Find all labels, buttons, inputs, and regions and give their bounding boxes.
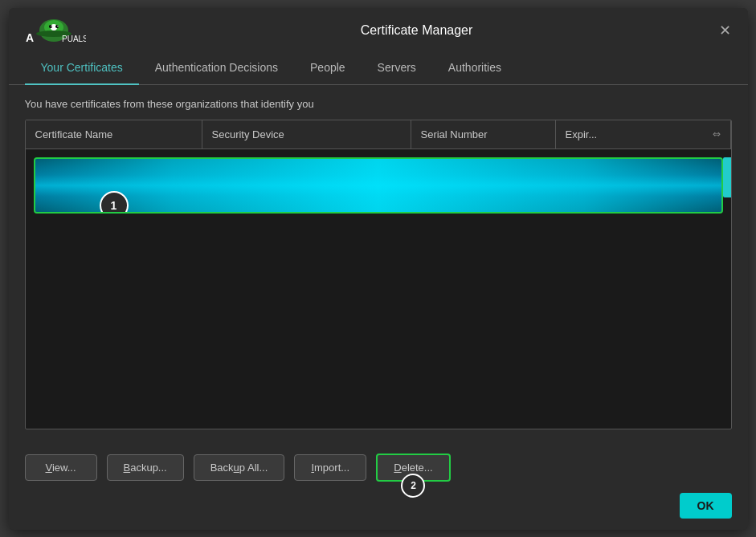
tab-servers[interactable]: Servers bbox=[362, 51, 432, 85]
svg-point-6 bbox=[57, 25, 59, 26]
backup-all-button[interactable]: Backup All... bbox=[194, 454, 285, 481]
ok-button[interactable]: OK bbox=[680, 493, 732, 519]
tab-people[interactable]: People bbox=[294, 51, 362, 85]
svg-text:A: A bbox=[26, 31, 34, 44]
table-row[interactable]: 1 bbox=[34, 157, 723, 214]
col-header-serial-number: Serial Number bbox=[411, 120, 556, 148]
svg-text:PUALS: PUALS bbox=[62, 35, 86, 43]
close-button[interactable]: ✕ bbox=[716, 21, 735, 40]
annotation-circle-1: 1 bbox=[100, 191, 129, 214]
ok-btn-container: OK bbox=[9, 493, 748, 530]
col-header-security-device: Security Device bbox=[202, 120, 411, 148]
annotation-circle-2: 2 bbox=[401, 474, 425, 498]
col-header-expiry: Expir... ⇔ bbox=[556, 120, 731, 148]
certificates-table: Certificate Name Security Device Serial … bbox=[25, 120, 732, 429]
tab-authorities[interactable]: Authorities bbox=[432, 51, 517, 85]
col-header-cert-name: Certificate Name bbox=[26, 120, 202, 148]
scroll-indicator[interactable] bbox=[723, 157, 731, 197]
tab-authentication-decisions[interactable]: Authentication Decisions bbox=[139, 51, 294, 85]
table-body[interactable]: 1 bbox=[26, 149, 731, 429]
svg-point-5 bbox=[51, 25, 52, 26]
backup-button[interactable]: Backup... bbox=[107, 454, 184, 481]
title-bar-center: Certificate Manager bbox=[361, 23, 473, 38]
content-area: You have certificates from these organiz… bbox=[9, 85, 748, 442]
dialog-title: Certificate Manager bbox=[361, 23, 473, 38]
table-header: Certificate Name Security Device Serial … bbox=[26, 120, 731, 149]
tab-your-certificates[interactable]: Your Certificates bbox=[25, 51, 139, 85]
title-bar: A PUALS Certificate Manager ✕ bbox=[9, 8, 748, 51]
view-button[interactable]: View... bbox=[25, 454, 97, 481]
appuals-logo: A PUALS bbox=[22, 16, 86, 45]
tabs-container: Your Certificates Authentication Decisio… bbox=[9, 51, 748, 85]
footer-buttons: View... Backup... Backup All... Import..… bbox=[9, 442, 748, 493]
description-text: You have certificates from these organiz… bbox=[25, 98, 732, 110]
import-button[interactable]: Import... bbox=[294, 454, 366, 481]
col-resize-icon: ⇔ bbox=[713, 128, 721, 140]
certificate-manager-dialog: A PUALS Certificate Manager ✕ Your Certi… bbox=[9, 8, 748, 530]
